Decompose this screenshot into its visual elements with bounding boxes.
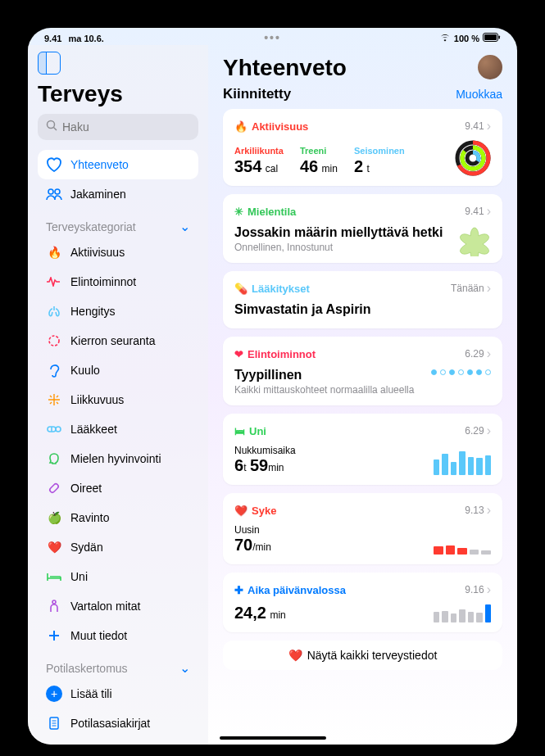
sidebar-item-mental[interactable]: Mielen hyvinvointi — [38, 444, 198, 473]
bandage-icon — [46, 480, 62, 496]
multitask-dots-icon[interactable]: ••• — [264, 31, 281, 44]
search-input[interactable] — [62, 120, 206, 134]
sidebar-item-nutrition[interactable]: 🍏Ravinto — [38, 503, 198, 532]
sidebar-item-heart[interactable]: ❤️Sydän — [38, 532, 198, 562]
sidebar-item-label: Jakaminen — [70, 188, 126, 201]
battery-icon — [483, 33, 501, 43]
device-frame: 9.41 ma 10.6. ••• 100 % Terveys — [8, 8, 537, 756]
chevron-down-icon: ⌄ — [179, 219, 190, 234]
pills-icon: 💊 — [234, 283, 248, 295]
document-icon — [46, 715, 62, 731]
daylight-card[interactable]: ✚Aika päivänvalossa 9.16› 24,2 min — [223, 573, 502, 632]
svg-point-3 — [48, 121, 55, 129]
sidebar-item-vitals[interactable]: Elintoiminnot — [38, 267, 198, 297]
person-icon — [46, 598, 62, 614]
chevron-right-icon: › — [487, 346, 491, 361]
people-icon — [46, 186, 62, 202]
sidebar-item-documents[interactable]: Potilasasiakirjat — [38, 708, 198, 738]
chevron-right-icon: › — [487, 204, 491, 219]
flame-icon: 🔥 — [234, 120, 248, 133]
status-bar: 9.41 ma 10.6. ••• 100 % — [28, 28, 517, 45]
heart-fill-icon: ❤️ — [46, 539, 62, 555]
main-content: Yhteenveto Kiinnitetty Muokkaa 🔥Aktiivis… — [208, 45, 517, 745]
ear-icon — [46, 362, 62, 378]
heart-pulse-icon: ❤ — [234, 348, 243, 360]
arrows-icon — [46, 392, 62, 408]
vitals-card[interactable]: ❤Elintoiminnot 6.29› Tyypillinen Kaikki … — [223, 337, 502, 405]
home-indicator[interactable] — [220, 736, 326, 740]
chevron-right-icon: › — [487, 582, 491, 597]
sidebar-title: Terveys — [38, 81, 198, 107]
flower-icon — [458, 224, 491, 256]
sleep-card[interactable]: 🛏Uni 6.29› Nukkumisaika 6t 59min — [223, 414, 502, 485]
sidebar-item-summary[interactable]: Yhteenveto — [38, 150, 198, 179]
section-categories[interactable]: Terveyskategoriat ⌄ — [38, 209, 198, 238]
sidebar-item-hearing[interactable]: Kuulo — [38, 355, 198, 385]
sidebar-item-add-account[interactable]: +Lisää tili — [38, 679, 198, 708]
activity-card[interactable]: 🔥Aktiivisuus 9.41› Arkiliikunta354 cal T… — [223, 109, 502, 186]
sidebar-item-sharing[interactable]: Jakaminen — [38, 179, 198, 209]
medications-card[interactable]: 💊Lääkitykset Tänään› Simvastatin ja Aspi… — [223, 271, 502, 328]
heart-icon — [46, 156, 62, 173]
sidebar-item-mobility[interactable]: Liikkuvuus — [38, 385, 198, 414]
section-records[interactable]: Potilaskertomus ⌄ — [38, 650, 198, 679]
wifi-icon — [439, 34, 451, 43]
svg-rect-12 — [49, 483, 60, 494]
sidebar-item-body[interactable]: Vartalon mitat — [38, 591, 198, 621]
heart-icon: ❤️ — [234, 505, 248, 517]
svg-rect-1 — [484, 34, 497, 40]
svg-rect-2 — [499, 36, 501, 39]
plus-icon — [46, 627, 62, 644]
show-all-button[interactable]: ❤️ Näytä kaikki terveystiedot — [223, 641, 502, 670]
sidebar: Terveys Yhteenveto Jakaminen — [28, 45, 208, 745]
sidebar-item-activity[interactable]: 🔥Aktiivisuus — [38, 238, 198, 267]
sidebar-item-symptoms[interactable]: Oireet — [38, 473, 198, 503]
screen: 9.41 ma 10.6. ••• 100 % Terveys — [28, 28, 517, 745]
vitals-dots-chart — [431, 369, 491, 375]
profile-avatar[interactable] — [478, 55, 502, 79]
svg-line-4 — [54, 128, 57, 131]
sidebar-item-sleep[interactable]: Uni — [38, 562, 198, 591]
edit-button[interactable]: Muokkaa — [456, 88, 502, 101]
chevron-right-icon: › — [487, 503, 491, 518]
activity-rings-icon — [455, 140, 491, 176]
status-date: ma 10.6. — [68, 34, 103, 43]
heart-card[interactable]: ❤️Syke 9.13› Uusin 70/min — [223, 493, 502, 564]
daylight-mini-chart — [434, 596, 491, 622]
svg-point-6 — [48, 189, 53, 194]
chevron-down-icon: ⌄ — [179, 660, 190, 676]
flame-icon: 🔥 — [46, 244, 62, 260]
bed-icon — [46, 568, 62, 585]
chevron-right-icon: › — [487, 119, 491, 134]
sidebar-item-other[interactable]: Muut tiedot — [38, 621, 198, 650]
svg-point-11 — [56, 427, 61, 432]
svg-point-13 — [52, 600, 56, 604]
pinned-title: Kiinnitetty — [223, 86, 291, 102]
search-box[interactable] — [38, 114, 198, 140]
mindfulness-card[interactable]: ✳Mielentila 9.41› Jossakin määrin mielly… — [223, 194, 502, 263]
chevron-right-icon: › — [487, 281, 491, 296]
content-split: Terveys Yhteenveto Jakaminen — [28, 45, 517, 745]
svg-point-7 — [55, 189, 60, 194]
page-title: Yhteenveto — [223, 55, 347, 81]
plus-circle-icon: + — [46, 686, 62, 702]
sidebar-item-respiratory[interactable]: Hengitys — [38, 297, 198, 326]
status-time: 9.41 — [44, 34, 61, 43]
lungs-icon — [46, 303, 62, 319]
heart-mini-chart — [434, 528, 491, 555]
sidebar-item-medications[interactable]: Lääkkeet — [38, 414, 198, 444]
sleep-mini-chart — [434, 449, 491, 475]
cycle-icon — [46, 333, 62, 349]
bed-icon: 🛏 — [234, 425, 245, 437]
battery-percent: 100 % — [454, 34, 479, 43]
mindfulness-icon: ✳ — [234, 206, 243, 218]
brain-icon — [46, 450, 62, 467]
chevron-right-icon: › — [487, 423, 491, 438]
waveform-icon — [46, 274, 62, 290]
plus-icon: ✚ — [234, 584, 243, 596]
sidebar-toggle-button[interactable] — [38, 52, 61, 75]
sidebar-item-cycle[interactable]: Kierron seuranta — [38, 326, 198, 355]
pills-icon — [46, 421, 62, 437]
svg-point-8 — [49, 336, 59, 346]
heart-icon: ❤️ — [288, 649, 302, 662]
